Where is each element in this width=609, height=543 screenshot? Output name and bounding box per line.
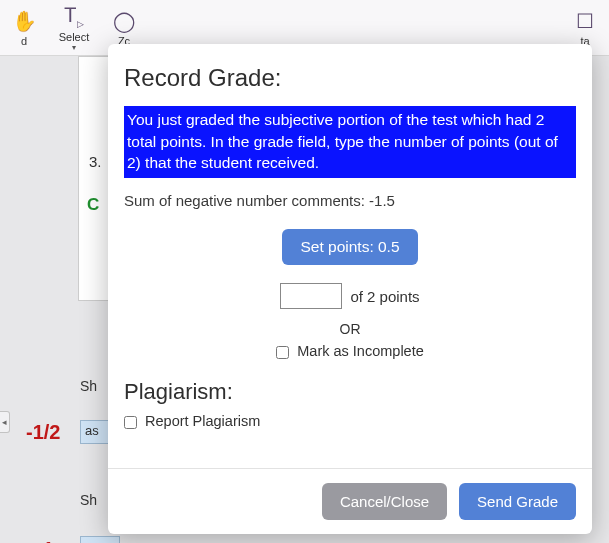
toolbar-label: d: [21, 35, 27, 47]
set-points-button[interactable]: Set points: 0.5: [282, 229, 417, 265]
plagiarism-title: Plagiarism:: [124, 379, 576, 405]
score-annotation-2: -1: [36, 538, 54, 543]
points-row: of 2 points: [124, 283, 576, 309]
side-handle[interactable]: ◂: [0, 411, 10, 433]
answer-letter: C: [87, 195, 99, 215]
chevron-down-icon: ▾: [72, 43, 76, 52]
dialog-message: You just graded the subjective portion o…: [124, 106, 576, 178]
record-grade-dialog: Record Grade: You just graded the subjec…: [108, 44, 592, 534]
dialog-body: Record Grade: You just graded the subjec…: [108, 44, 592, 468]
toolbar-label: Select: [59, 31, 90, 43]
toolbar-btn-1[interactable]: ✋ d: [2, 3, 46, 53]
toolbar-btn-select[interactable]: Ꭲ▷ Select ▾: [52, 3, 96, 53]
of-points-label: of 2 points: [350, 288, 419, 305]
sum-negative-line: Sum of negative number comments: -1.5: [124, 192, 576, 209]
short-label: Sh: [80, 378, 97, 394]
report-plagiarism-label[interactable]: Report Plagiarism: [124, 413, 260, 429]
question-number: 3.: [89, 153, 102, 170]
dialog-title: Record Grade:: [124, 64, 576, 92]
or-label: OR: [124, 321, 576, 337]
tag-icon: ☐: [576, 9, 594, 33]
cancel-button[interactable]: Cancel/Close: [322, 483, 447, 520]
mark-incomplete-text: Mark as Incomplete: [297, 343, 424, 359]
text-select-icon: Ꭲ▷: [65, 4, 84, 29]
comment-box-2[interactable]: as: [80, 536, 120, 543]
send-grade-button[interactable]: Send Grade: [459, 483, 576, 520]
score-annotation-1: -1/2: [26, 421, 60, 444]
report-plagiarism-text: Report Plagiarism: [145, 413, 260, 429]
mark-incomplete-checkbox[interactable]: [276, 346, 289, 359]
report-plagiarism-checkbox[interactable]: [124, 416, 137, 429]
short-label: Sh: [80, 492, 97, 508]
points-input[interactable]: [280, 283, 342, 309]
mark-incomplete-label[interactable]: Mark as Incomplete: [276, 343, 424, 359]
zoom-icon: ◯: [113, 9, 135, 33]
hand-icon: ✋: [12, 9, 37, 33]
dialog-footer: Cancel/Close Send Grade: [108, 468, 592, 534]
